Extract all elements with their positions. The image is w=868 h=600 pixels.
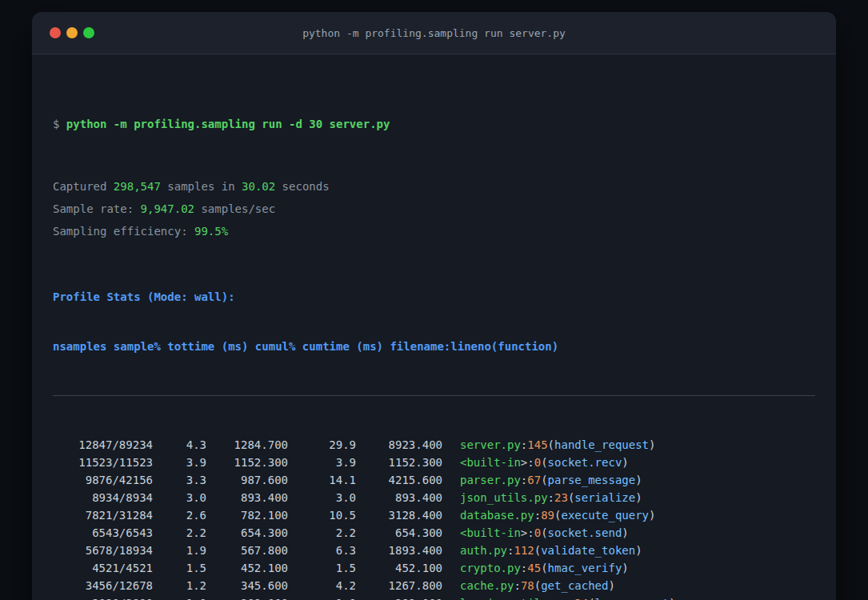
- stats-location-cell: database.py:89(execute_query): [442, 506, 655, 524]
- stats-cell: 654.300: [356, 524, 442, 542]
- text-segment: (: [541, 456, 547, 469]
- zoom-button[interactable]: [83, 27, 94, 38]
- stats-cell: 6543/6543: [53, 524, 153, 542]
- text-segment: samples/sec: [194, 202, 275, 215]
- text-segment: get_cached: [541, 579, 608, 592]
- stats-cell: 2.2: [288, 524, 356, 542]
- stats-location-cell: crypto.py:45(hmac_verify): [442, 559, 629, 577]
- stats-cell: 2890/2890: [53, 594, 153, 600]
- text-segment: (: [541, 474, 547, 486]
- text-segment: parser.py: [460, 474, 521, 486]
- info-line: Sampling efficiency: 99.5%: [53, 223, 815, 239]
- stats-location-cell: server.py:145(handle_request): [442, 436, 655, 454]
- stats-cell: 3.9: [288, 454, 356, 471]
- stats-cell: 3456/12678: [53, 577, 153, 594]
- stats-cell: 3.3: [153, 471, 206, 489]
- text-segment: ): [649, 438, 655, 451]
- stats-cell: 654.300: [206, 524, 288, 542]
- text-segment: 99.5%: [194, 225, 228, 238]
- stats-cell: 14.1: [288, 471, 356, 489]
- stats-cell: 7821/31284: [53, 506, 153, 524]
- close-button[interactable]: [50, 27, 61, 38]
- stats-row: 8934/89343.0893.4003.0893.400json_utils.…: [53, 489, 815, 506]
- stats-cell: 8923.400: [356, 436, 442, 454]
- stats-row: 12847/892344.31284.70029.98923.400server…: [53, 436, 815, 454]
- text-segment: 34: [574, 597, 588, 600]
- text-segment: ): [635, 544, 642, 557]
- text-segment: >:: [521, 526, 534, 539]
- text-segment: 23: [554, 491, 568, 504]
- text-segment: $: [53, 118, 66, 130]
- stats-cell: 10.5: [288, 506, 356, 524]
- text-segment: python -m profiling.sampling run -d 30 s…: [66, 118, 390, 130]
- stats-cell: 1.5: [288, 559, 356, 577]
- stats-cell: 452.100: [206, 559, 288, 577]
- stats-cell: 893.400: [206, 489, 288, 506]
- stats-cell: 345.600: [206, 577, 288, 594]
- stats-location-cell: json_utils.py:23(serialize): [442, 489, 642, 506]
- info-line: Sample rate: 9,947.02 samples/sec: [53, 201, 815, 217]
- stats-cell: 452.100: [356, 559, 442, 577]
- stats-cell: 289.000: [356, 594, 442, 600]
- text-segment: 298,547: [114, 180, 161, 193]
- text-segment: >:: [521, 456, 534, 469]
- stats-cell: 4.2: [288, 577, 356, 594]
- text-segment: :: [548, 491, 554, 504]
- text-segment: log_request: [595, 597, 670, 600]
- text-segment: ): [622, 526, 628, 539]
- text-segment: socket.recv: [548, 456, 622, 469]
- stats-cell: 1.9: [153, 542, 206, 559]
- text-segment: (: [534, 579, 541, 592]
- text-segment: 78: [521, 579, 534, 592]
- window-titlebar[interactable]: python -m profiling.sampling run server.…: [32, 12, 836, 54]
- stats-cell: 2.6: [153, 506, 206, 524]
- text-segment: json_utils.py: [460, 491, 548, 504]
- text-segment: (: [534, 544, 541, 557]
- text-segment: (: [541, 562, 547, 574]
- text-segment: execute_query: [561, 509, 649, 522]
- stats-cell: 3128.400: [356, 506, 442, 524]
- stats-cell: 289.000: [206, 594, 288, 600]
- info-line: Captured 298,547 samples in 30.02 second…: [53, 178, 815, 194]
- stats-cell: 1152.300: [356, 454, 442, 471]
- stats-table-header: nsamples sample% tottime (ms) cumul% cum…: [53, 338, 815, 354]
- stats-cell: 987.600: [206, 471, 288, 489]
- text-segment: ): [608, 579, 614, 592]
- text-segment: auth.py: [460, 544, 507, 557]
- text-segment: 112: [514, 544, 534, 557]
- text-segment: socket.send: [548, 526, 622, 539]
- stats-location-cell: logging_utils.py:34(log_request): [442, 594, 676, 600]
- text-segment: <built-in: [460, 526, 521, 539]
- stats-cell: 11523/11523: [53, 454, 153, 471]
- stats-location-cell: parser.py:67(parse_message): [442, 471, 642, 489]
- text-segment: 0: [534, 526, 541, 539]
- text-segment: 9,947.02: [141, 202, 194, 215]
- traffic-lights: [50, 27, 94, 38]
- stats-location-cell: <built-in>:0(socket.recv): [442, 454, 629, 471]
- text-segment: Sampling efficiency:: [53, 225, 194, 238]
- stats-cell: 2.2: [153, 524, 206, 542]
- text-segment: 0: [534, 456, 541, 469]
- terminal-window: python -m profiling.sampling run server.…: [32, 12, 836, 600]
- stats-cell: 12847/89234: [53, 436, 153, 454]
- text-segment: server.py: [460, 438, 521, 451]
- capture-info: Captured 298,547 samples in 30.02 second…: [53, 178, 815, 239]
- text-segment: handle_request: [554, 438, 649, 451]
- text-segment: <built-in: [460, 456, 521, 469]
- stats-location-cell: auth.py:112(validate_token): [442, 542, 642, 559]
- terminal-content[interactable]: $ python -m profiling.sampling run -d 30…: [32, 54, 836, 600]
- stats-cell: 9876/42156: [53, 471, 153, 489]
- text-segment: (: [541, 526, 547, 539]
- text-segment: logging_utils.py: [460, 597, 568, 600]
- stats-row: 2890/28901.0289.0001.0289.000logging_uti…: [53, 594, 815, 600]
- stats-row: 6543/65432.2654.3002.2654.300<built-in>:…: [53, 524, 815, 542]
- text-segment: serialize: [574, 491, 635, 504]
- text-segment: ): [649, 509, 655, 522]
- text-segment: ): [635, 474, 642, 486]
- stats-cell: 567.800: [206, 542, 288, 559]
- text-segment: parse_message: [548, 474, 636, 486]
- stats-location-cell: cache.py:78(get_cached): [442, 577, 615, 594]
- text-segment: cache.py: [460, 579, 514, 592]
- stats-cell: 5678/18934: [53, 542, 153, 559]
- minimize-button[interactable]: [66, 27, 78, 38]
